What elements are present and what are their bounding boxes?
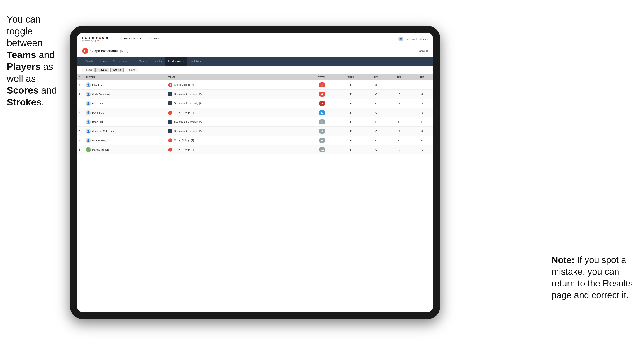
col-rd1: RD1 bbox=[364, 74, 388, 80]
col-rd2: RD2 bbox=[388, 74, 410, 80]
cell-rank: 6 bbox=[77, 127, 84, 136]
cell-rd2: -2 bbox=[388, 99, 410, 108]
cell-rd2: E bbox=[388, 117, 410, 127]
tab-teams[interactable]: Teams bbox=[96, 57, 110, 66]
sub-nav: Details Teams Course Setup Tee Groups Re… bbox=[77, 57, 434, 66]
cell-rd1: +1 bbox=[364, 117, 388, 127]
cell-rd1: +2 bbox=[364, 145, 388, 155]
cell-spacer bbox=[262, 117, 307, 127]
col-rd3: RD3 bbox=[410, 74, 434, 80]
cell-rank: 8 bbox=[77, 145, 84, 155]
cell-rd2: +5 bbox=[388, 90, 410, 99]
right-annotation: Note: If you spot a mistake, you can ret… bbox=[552, 254, 637, 301]
cell-spacer bbox=[262, 90, 307, 99]
col-player: PLAYER bbox=[84, 74, 166, 80]
cell-total: +8 bbox=[307, 136, 337, 145]
tab-tee-groups[interactable]: Tee Groups bbox=[131, 57, 150, 66]
col-thru: THRU bbox=[337, 74, 364, 80]
logo-area: SCOREBOARD Powered by clippd bbox=[82, 36, 110, 42]
cell-player: 👤 Cameron Robertson bbox=[84, 127, 166, 136]
cell-rd1: +3 bbox=[364, 80, 388, 90]
toggle-scores-button[interactable]: Scores bbox=[110, 68, 124, 72]
tournament-header: C Clippd Invitational (Men) Cancel ✕ bbox=[77, 45, 434, 57]
cell-team: C Clippd College [A] bbox=[166, 145, 262, 155]
cell-rd3: -4 bbox=[410, 90, 434, 99]
tab-course-setup[interactable]: Course Setup bbox=[110, 57, 131, 66]
tab-leaderboards[interactable]: Leaderboards bbox=[165, 57, 187, 66]
cell-rd3: +3 bbox=[410, 108, 434, 117]
nav-teams[interactable]: TEAMS bbox=[146, 33, 163, 45]
cell-thru: F bbox=[337, 99, 364, 108]
table-row[interactable]: 6 👤 Cameron Robertson ▪ Scoreboard Unive… bbox=[77, 127, 434, 136]
cell-rd2: -6 bbox=[388, 80, 410, 90]
tournament-title: Clippd Invitational bbox=[90, 49, 118, 53]
tournament-gender: (Men) bbox=[120, 49, 128, 53]
cell-spacer bbox=[262, 127, 307, 136]
cell-rank: 4 bbox=[77, 108, 84, 117]
cell-spacer bbox=[262, 136, 307, 145]
nav-tournaments[interactable]: TOURNAMENTS bbox=[117, 33, 146, 45]
tab-details[interactable]: Details bbox=[82, 57, 96, 66]
logo-subtitle: Powered by clippd bbox=[82, 40, 110, 42]
toggle-players-button[interactable]: Players bbox=[96, 68, 110, 72]
strokes-label: Strokes bbox=[7, 97, 42, 108]
cell-spacer bbox=[262, 99, 307, 108]
toggle-strokes-button[interactable]: Strokes bbox=[124, 68, 138, 72]
cell-rd1: -5 bbox=[364, 90, 388, 99]
table-row[interactable]: 1 👤 Elliot Ebert C Clippd College [A] -8… bbox=[77, 80, 434, 90]
nav-right: 👤 Test User | Sign out bbox=[398, 36, 428, 41]
cell-total: E bbox=[307, 108, 337, 117]
tablet-screen: SCOREBOARD Powered by clippd TOURNAMENTS… bbox=[77, 33, 434, 312]
left-annotation: You can toggle between Teams and Players… bbox=[7, 13, 68, 108]
cell-thru: F bbox=[337, 127, 364, 136]
cancel-button[interactable]: Cancel ✕ bbox=[418, 50, 428, 52]
players-table: # PLAYER TEAM TOTAL THRU RD1 RD2 RD3 1 👤 bbox=[77, 74, 434, 155]
table-row[interactable]: 7 👤 Blair McHarg C Clippd College [A] +8… bbox=[77, 136, 434, 145]
cell-team: ▪ Scoreboard University [A] bbox=[166, 99, 262, 108]
cell-rd1: +5 bbox=[364, 127, 388, 136]
app-logo: SCOREBOARD bbox=[82, 36, 110, 40]
tab-printables[interactable]: Printables bbox=[187, 57, 204, 66]
cell-team: ▪ Scoreboard University [A] bbox=[166, 117, 262, 127]
cell-player: 👤 Rich Butler bbox=[84, 99, 166, 108]
top-nav: SCOREBOARD Powered by clippd TOURNAMENTS… bbox=[77, 33, 434, 45]
cell-rd3: -1 bbox=[410, 127, 434, 136]
cell-thru: F bbox=[337, 90, 364, 99]
table-row[interactable]: 5 👤 Rees Britt ▪ Scoreboard University [… bbox=[77, 117, 434, 127]
cell-rd2: -4 bbox=[388, 108, 410, 117]
leaderboard-table: # PLAYER TEAM TOTAL THRU RD1 RD2 RD3 1 👤 bbox=[77, 74, 434, 312]
table-row[interactable]: 8 🏌️ Marcus Turners C Clippd College [A]… bbox=[77, 145, 434, 155]
cell-rank: 2 bbox=[77, 90, 84, 99]
cell-rank: 7 bbox=[77, 136, 84, 145]
cell-team: C Clippd College [A] bbox=[166, 80, 262, 90]
cell-total: -2 bbox=[307, 99, 337, 108]
cell-player: 🏌️ Marcus Turners bbox=[84, 145, 166, 155]
cell-spacer bbox=[262, 80, 307, 90]
toggle-bar: Teams Players Scores Strokes bbox=[77, 66, 434, 74]
cell-player: 👤 Rees Britt bbox=[84, 117, 166, 127]
scores-label: Scores bbox=[7, 85, 38, 96]
cell-rd2: +1 bbox=[388, 136, 410, 145]
sign-out-link[interactable]: Sign out bbox=[419, 38, 428, 40]
user-icon: 👤 bbox=[398, 36, 403, 41]
table-row[interactable]: 4 👤 David Ford C Clippd College [A] E F … bbox=[77, 108, 434, 117]
cell-player: 👤 David Ford bbox=[84, 108, 166, 117]
cell-team: ▪ Scoreboard University [A] bbox=[166, 127, 262, 136]
col-rank: # bbox=[77, 74, 84, 80]
cell-rd2: +7 bbox=[388, 145, 410, 155]
table-row[interactable]: 2 👤 Chris Robertson ▪ Scoreboard Univers… bbox=[77, 90, 434, 99]
tab-results[interactable]: Results bbox=[150, 57, 165, 66]
cell-spacer bbox=[262, 145, 307, 155]
col-spacer bbox=[262, 74, 307, 80]
cell-rd3: -1 bbox=[410, 99, 434, 108]
cell-thru: F bbox=[337, 145, 364, 155]
players-label: Players bbox=[7, 61, 40, 72]
cell-spacer bbox=[262, 108, 307, 117]
table-row[interactable]: 3 👤 Rich Butler ▪ Scoreboard University … bbox=[77, 99, 434, 108]
cell-thru: F bbox=[337, 108, 364, 117]
cell-team: C Clippd College [A] bbox=[166, 108, 262, 117]
cell-rd3: E bbox=[410, 117, 434, 127]
cell-team: C Clippd College [A] bbox=[166, 136, 262, 145]
tournament-name: C Clippd Invitational (Men) bbox=[82, 48, 128, 54]
toggle-teams-button[interactable]: Teams bbox=[82, 68, 94, 72]
